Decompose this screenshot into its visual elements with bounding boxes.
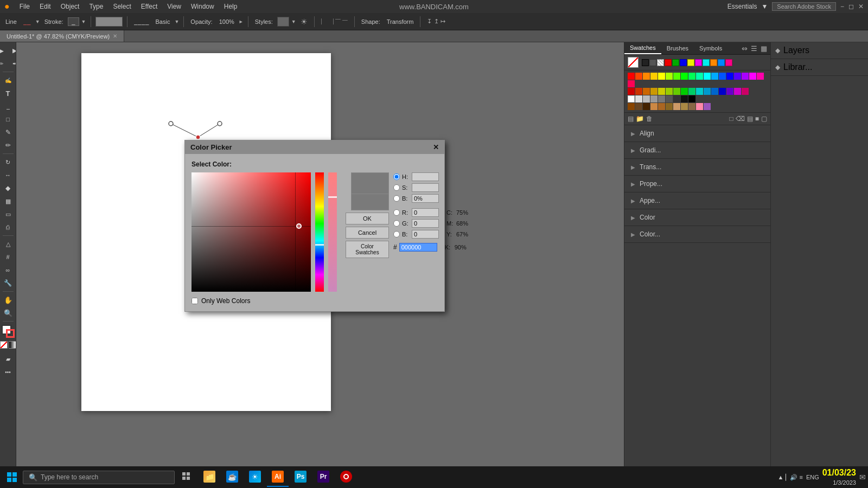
sw23[interactable]	[650, 88, 658, 95]
blend-tool[interactable]: ∞	[2, 264, 15, 276]
sw24[interactable]	[658, 88, 665, 95]
sw-br11[interactable]	[704, 103, 711, 110]
bezier-tool[interactable]: ✍	[2, 74, 15, 86]
swatch-item[interactable]	[665, 59, 672, 66]
opacity-value[interactable]: 100%	[217, 17, 237, 26]
h-radio[interactable]	[393, 174, 400, 180]
sw9[interactable]	[688, 73, 695, 80]
sw18[interactable]	[757, 73, 764, 80]
sw22[interactable]	[643, 88, 650, 95]
ok-button[interactable]: OK	[346, 213, 389, 224]
tab-symbols[interactable]: Symbols	[694, 43, 727, 54]
sw-black2[interactable]	[688, 95, 695, 102]
g-radio[interactable]	[393, 220, 400, 227]
panel-gradient[interactable]: ▶ Gradi...	[624, 142, 770, 159]
sw13[interactable]	[719, 73, 726, 80]
warp-tool[interactable]: ◆	[2, 182, 15, 194]
sw2[interactable]	[635, 73, 642, 80]
sw3[interactable]	[643, 73, 650, 80]
swatch-item[interactable]	[725, 59, 732, 66]
sw-white[interactable]	[628, 95, 635, 102]
h-input[interactable]	[412, 172, 439, 181]
tool-color-box[interactable]	[95, 17, 123, 27]
gradient-icon[interactable]	[9, 341, 16, 349]
panel-align[interactable]: ▶ Align	[624, 125, 770, 142]
r-input[interactable]	[412, 208, 439, 217]
sw-gray1[interactable]	[635, 95, 642, 102]
none-icon[interactable]	[0, 341, 8, 349]
transform-btn[interactable]: Transform	[385, 17, 416, 26]
sw32[interactable]	[719, 88, 726, 95]
datetime-display[interactable]: 01/03/23 1/3/2023	[822, 467, 856, 486]
color-swatches-button[interactable]: Color Swatches	[346, 241, 389, 258]
swatch-item[interactable]	[649, 59, 656, 66]
graph-tool[interactable]: ▦	[2, 195, 15, 207]
swatch-item[interactable]	[680, 59, 687, 66]
grid-icon[interactable]: ▦	[761, 44, 767, 53]
swatch-transform2[interactable]: ⌫	[736, 115, 745, 123]
s-input[interactable]	[412, 183, 439, 192]
swatch-item[interactable]	[703, 59, 710, 66]
swatch-transform5[interactable]: ▢	[761, 115, 767, 123]
selection-tool[interactable]: ▶	[0, 44, 8, 56]
sw35[interactable]	[742, 88, 749, 95]
sw1[interactable]	[628, 73, 635, 80]
panel-color[interactable]: ▶ Color	[624, 209, 770, 226]
sw-br8[interactable]	[681, 103, 688, 110]
sw-br6[interactable]	[666, 103, 673, 110]
line-tool[interactable]: ⎯	[2, 100, 15, 112]
essentials-dropdown[interactable]: ▼	[761, 3, 768, 10]
panel-appearance[interactable]: ▶ Appe...	[624, 192, 770, 209]
cancel-button[interactable]: Cancel	[346, 227, 389, 239]
sw-black[interactable]	[681, 95, 688, 102]
sw28[interactable]	[688, 88, 695, 95]
sw26[interactable]	[673, 88, 680, 95]
mesh-tool[interactable]: #	[2, 251, 15, 263]
sw20[interactable]	[628, 88, 635, 95]
sw15[interactable]	[734, 73, 741, 80]
sw-br4[interactable]	[650, 103, 658, 110]
sw4[interactable]	[650, 73, 658, 80]
swatch-none[interactable]	[628, 57, 639, 68]
tab-swatches[interactable]: Swatches	[624, 42, 661, 54]
align-icons[interactable]: ⎸ ⎹ ⎺ ⎻	[319, 17, 350, 26]
b-radio[interactable]	[393, 195, 400, 202]
expand-icon[interactable]: ⇔	[742, 44, 748, 53]
gradient-tool[interactable]: △	[2, 238, 15, 250]
rectangle-tool[interactable]: □	[2, 113, 15, 125]
g-input[interactable]	[412, 219, 439, 228]
notification-icon[interactable]: ✉	[859, 473, 866, 481]
menu-select[interactable]: Select	[108, 2, 135, 11]
sw33[interactable]	[726, 88, 733, 95]
swatch-add-icon[interactable]: ▤	[628, 115, 634, 123]
direct-selection-tool[interactable]: ▶	[8, 44, 16, 56]
sw6[interactable]	[666, 73, 673, 80]
zoom-tool[interactable]: 🔍	[2, 307, 15, 319]
sw-gray3[interactable]	[650, 95, 658, 102]
sw-br1[interactable]	[628, 103, 635, 110]
dialog-close-icon[interactable]: ✕	[433, 143, 439, 151]
sw19[interactable]	[628, 80, 635, 87]
tab-brushes[interactable]: Brushes	[661, 43, 694, 54]
taskbar-photoshop[interactable]: Ps	[290, 467, 311, 487]
menu-type[interactable]: Type	[85, 2, 107, 11]
styles-value[interactable]	[277, 17, 289, 27]
taskbar-illustrator[interactable]: Ai	[267, 467, 289, 487]
menu-window[interactable]: Window	[187, 2, 219, 11]
hue-strip[interactable]	[315, 172, 324, 292]
panel-color2[interactable]: ▶ Color...	[624, 226, 770, 243]
taskbar-store[interactable]: ☕	[221, 467, 243, 487]
sw12[interactable]	[711, 73, 718, 80]
sw-br9[interactable]	[688, 103, 695, 110]
more-transform-icons[interactable]: ↧ ↥ ↦	[425, 17, 447, 26]
sw-br2[interactable]	[635, 103, 642, 110]
stroke-box[interactable]	[6, 329, 15, 338]
menu-view[interactable]: View	[163, 2, 186, 11]
paintbrush-tool[interactable]: ✎	[2, 126, 15, 138]
sw16[interactable]	[742, 73, 749, 80]
b-input[interactable]	[412, 194, 439, 203]
sw-br3[interactable]	[643, 103, 650, 110]
menu-object[interactable]: Object	[56, 2, 84, 11]
menu-edit[interactable]: Edit	[35, 2, 55, 11]
swatch-item[interactable]	[695, 59, 702, 66]
